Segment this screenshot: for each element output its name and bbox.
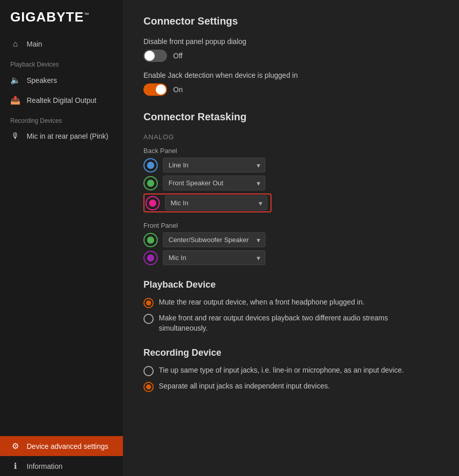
- disable-toggle-row: Off: [143, 50, 439, 62]
- analog-label: ANALOG: [143, 133, 439, 141]
- recording-radio-0[interactable]: Tie up same type of input jacks, i.e. li…: [143, 365, 439, 376]
- recording-radio-label-0: Tie up same type of input jacks, i.e. li…: [159, 365, 404, 376]
- connector-circle-pink: [145, 196, 160, 210]
- recording-radio-circle-1[interactable]: [143, 382, 154, 392]
- speaker-icon: 🔈: [10, 75, 20, 85]
- back-panel-label: Back Panel: [143, 147, 439, 155]
- front-speaker-select-wrapper: Front Speaker Out: [163, 176, 265, 190]
- playback-radio-label-1: Make front and rear output devices playb…: [159, 313, 439, 333]
- sidebar-item-realtek[interactable]: 📤 Realtek Digital Output: [0, 90, 123, 110]
- recording-radio-circle-0[interactable]: [143, 366, 154, 376]
- connector-circle-green: [143, 176, 158, 190]
- center-sub-select-wrapper: Center/Subwoofer Speaker Out: [163, 232, 265, 247]
- realtek-icon: 📤: [10, 95, 20, 105]
- playback-section-label: Playback Devices: [0, 54, 123, 70]
- mic-in-back-select[interactable]: Mic In: [165, 196, 267, 210]
- connector-inner-green: [147, 180, 154, 187]
- recording-section-label: Recording Devices: [0, 110, 123, 126]
- front-panel-row-0: Center/Subwoofer Speaker Out: [143, 232, 439, 247]
- recording-radio-1[interactable]: Separate all input jacks as independent …: [143, 381, 439, 392]
- recording-radio-label-1: Separate all input jacks as independent …: [159, 381, 330, 392]
- sidebar-item-information[interactable]: ℹ Information: [0, 456, 123, 476]
- line-in-select-wrapper: Line In: [163, 158, 265, 172]
- enable-toggle-row: On: [143, 83, 439, 96]
- main-content: Connector Settings Disable front panel p…: [123, 0, 459, 476]
- playback-radio-1[interactable]: Make front and rear output devices playb…: [143, 313, 439, 333]
- device-advanced-label: Device advanced settings: [27, 442, 109, 450]
- connector-circle-blue: [143, 158, 158, 172]
- mic-in-select-wrapper: Mic In: [165, 196, 267, 210]
- connector-inner-pink: [149, 200, 156, 207]
- front-mic-select-wrapper: Mic In: [163, 250, 265, 265]
- playback-radio-label-0: Mute the rear output device, when a fron…: [159, 297, 365, 308]
- info-icon: ℹ: [10, 461, 20, 471]
- connector-inner: [147, 162, 154, 169]
- enable-toggle-state: On: [173, 85, 183, 94]
- information-label: Information: [27, 462, 62, 470]
- mic-icon: 🎙: [10, 132, 20, 141]
- playback-radio-0[interactable]: Mute the rear output device, when a fron…: [143, 297, 439, 308]
- speakers-label: Speakers: [27, 76, 57, 84]
- sidebar-item-main[interactable]: ⌂ Main: [0, 34, 123, 54]
- enable-toggle-knob: [156, 84, 166, 95]
- playback-radio-circle-1[interactable]: [143, 314, 154, 324]
- logo-text: GIGABYTE™: [10, 9, 90, 25]
- front-panel-row-1: Mic In: [143, 250, 439, 265]
- center-sub-select[interactable]: Center/Subwoofer Speaker Out: [163, 232, 265, 247]
- enable-toggle[interactable]: [143, 83, 167, 96]
- sidebar-item-speakers[interactable]: 🔈 Speakers: [0, 70, 123, 90]
- sidebar-item-mic-rear[interactable]: 🎙 Mic in at rear panel (Pink): [0, 126, 123, 146]
- sidebar-main-label: Main: [27, 40, 42, 48]
- disable-front-panel-label: Disable front panel popup dialog: [143, 37, 439, 46]
- realtek-label: Realtek Digital Output: [27, 96, 96, 104]
- playback-device-section: Playback Device Mute the rear output dev…: [143, 279, 439, 333]
- recording-device-section: Recording Device Tie up same type of inp…: [143, 348, 439, 392]
- playback-radio-circle-0[interactable]: [143, 298, 154, 308]
- front-speaker-select[interactable]: Front Speaker Out: [163, 176, 265, 190]
- connector-inner-green2: [147, 236, 154, 244]
- connector-retasking-title: Connector Retasking: [143, 111, 439, 123]
- connector-circle-purple: [143, 251, 158, 265]
- back-panel-row-1: Front Speaker Out: [143, 176, 439, 190]
- disable-toggle-knob: [144, 51, 155, 61]
- home-icon: ⌂: [10, 39, 20, 49]
- app-logo: GIGABYTE™: [0, 0, 123, 34]
- connector-retasking-section: Connector Retasking ANALOG Back Panel Li…: [143, 111, 439, 265]
- disable-toggle-state: Off: [173, 52, 182, 60]
- front-panel-label: Front Panel: [143, 222, 439, 229]
- connector-circle-green2: [143, 233, 158, 247]
- mic-in-highlighted-row: Mic In: [143, 193, 272, 212]
- line-in-select[interactable]: Line In: [163, 158, 265, 172]
- connector-settings-title: Connector Settings: [143, 15, 439, 27]
- gear-icon: ⚙: [10, 441, 20, 451]
- mic-rear-label: Mic in at rear panel (Pink): [27, 132, 109, 140]
- sidebar-item-device-advanced[interactable]: ⚙ Device advanced settings: [0, 436, 123, 456]
- disable-toggle[interactable]: [143, 50, 167, 62]
- playback-device-title: Playback Device: [143, 279, 439, 290]
- front-mic-select[interactable]: Mic In: [163, 250, 265, 265]
- recording-device-title: Recording Device: [143, 348, 439, 358]
- enable-jack-label: Enable Jack detection when device is plu…: [143, 71, 439, 79]
- sidebar: GIGABYTE™ ⌂ Main Playback Devices 🔈 Spea…: [0, 0, 123, 476]
- connector-inner-purple: [147, 254, 154, 262]
- back-panel-row-0: Line In: [143, 158, 439, 172]
